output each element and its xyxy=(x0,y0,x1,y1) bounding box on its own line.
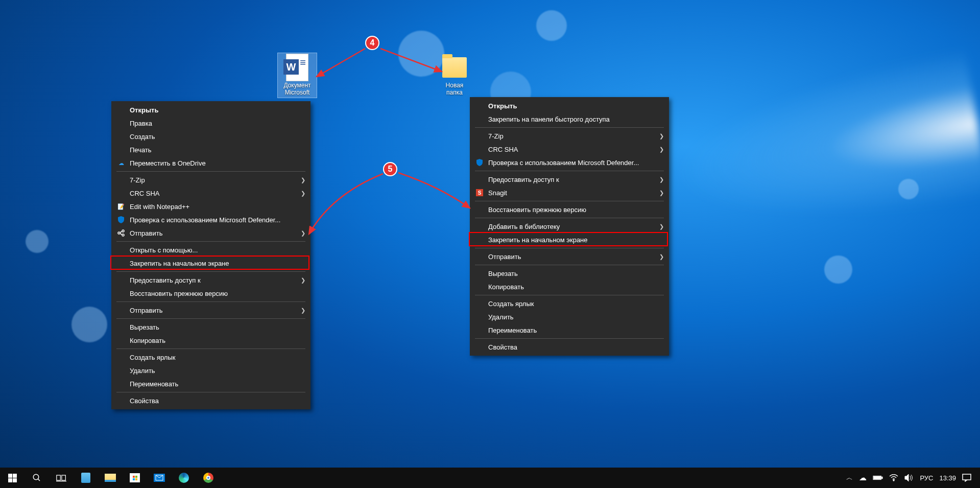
menu-doc-item-9[interactable]: Проверка с использованием Microsoft Defe… xyxy=(111,213,310,226)
menu-doc-item-12[interactable]: Открыть с помощью... xyxy=(111,243,310,257)
annotation-arrow xyxy=(286,169,490,271)
menu-item-label: Создать ярлык xyxy=(488,300,656,308)
svg-rect-10 xyxy=(62,475,65,480)
task-view-button[interactable] xyxy=(49,468,74,488)
menu-item-label: Вырезать xyxy=(130,323,297,331)
svg-line-3 xyxy=(120,231,122,233)
menu-separator xyxy=(116,318,305,319)
desktop-icon-doc-word[interactable]: Документ Microsoft xyxy=(278,53,317,98)
system-tray: ︿ ☁ РУС 13:39 xyxy=(841,468,977,488)
menu-separator xyxy=(475,338,664,339)
blank-icon xyxy=(475,145,484,154)
volume-icon xyxy=(904,474,914,482)
menu-folder-item-8[interactable]: SSnagit❯ xyxy=(470,186,669,199)
menu-item-label: Создать ярлык xyxy=(130,354,297,361)
tray-clock[interactable]: 13:39 xyxy=(937,468,959,488)
snagit-icon: S xyxy=(475,188,484,197)
menu-item-label: Переименовать xyxy=(130,380,297,388)
svg-point-7 xyxy=(33,474,39,480)
tray-onedrive[interactable]: ☁ xyxy=(856,468,869,488)
menu-doc-item-27[interactable]: Свойства xyxy=(111,394,310,407)
folder-icon xyxy=(442,57,467,78)
menu-doc-item-23[interactable]: Создать ярлык xyxy=(111,351,310,364)
menu-separator xyxy=(116,241,305,242)
svg-rect-17 xyxy=(963,474,971,480)
menu-doc-item-18[interactable]: Отправить❯ xyxy=(111,304,310,317)
blank-icon xyxy=(475,131,484,141)
menu-item-label: Создать xyxy=(130,133,297,141)
menu-item-label: CRC SHA xyxy=(130,190,297,197)
menu-doc-item-13[interactable]: Закрепить на начальном экране xyxy=(111,257,310,270)
taskbar-app-edge[interactable] xyxy=(172,468,196,488)
menu-folder-item-7[interactable]: Предоставить доступ к❯ xyxy=(470,173,669,186)
menu-item-label: Предоставить доступ к xyxy=(130,276,297,284)
menu-doc-item-7[interactable]: CRC SHA❯ xyxy=(111,187,310,200)
tray-battery[interactable] xyxy=(870,468,886,488)
menu-folder-item-12[interactable]: Добавить в библиотеку❯ xyxy=(470,220,669,233)
share-icon xyxy=(116,228,126,238)
menu-item-label: Snagit xyxy=(488,189,656,197)
desktop[interactable]: Документ MicrosoftНовая папка ОткрытьПра… xyxy=(0,0,980,468)
taskbar: ︿ ☁ РУС 13:39 xyxy=(0,468,980,488)
menu-doc-item-2[interactable]: Создать xyxy=(111,130,310,143)
menu-folder-item-18[interactable]: Копировать xyxy=(470,280,669,293)
menu-doc-item-15[interactable]: Предоставить доступ к❯ xyxy=(111,273,310,287)
menu-folder-item-22[interactable]: Переименовать xyxy=(470,323,669,337)
menu-doc-item-21[interactable]: Копировать xyxy=(111,334,310,347)
blank-icon xyxy=(475,175,484,184)
taskbar-app-explorer[interactable] xyxy=(98,468,123,488)
menu-item-label: Проверка с использованием Microsoft Defe… xyxy=(130,216,297,224)
menu-doc-item-3[interactable]: Печать xyxy=(111,143,310,156)
menu-folder-item-0[interactable]: Открыть xyxy=(470,99,669,112)
menu-doc-item-4[interactable]: ☁Переместить в OneDrive xyxy=(111,156,310,170)
tray-action-center[interactable] xyxy=(960,468,974,488)
menu-separator xyxy=(475,218,664,218)
chrome-icon xyxy=(203,473,213,483)
menu-folder-item-17[interactable]: Вырезать xyxy=(470,267,669,280)
taskbar-app-store[interactable] xyxy=(123,468,147,488)
menu-folder-item-24[interactable]: Свойства xyxy=(470,340,669,354)
blank-icon xyxy=(475,269,484,278)
menu-folder-item-3[interactable]: 7-Zip❯ xyxy=(470,129,669,143)
menu-item-label: Открыть xyxy=(130,106,297,114)
menu-doc-item-20[interactable]: Вырезать xyxy=(111,320,310,334)
menu-doc-item-10[interactable]: Отправить❯ xyxy=(111,226,310,240)
taskbar-app-mail[interactable] xyxy=(147,468,172,488)
menu-folder-item-5[interactable]: Проверка с использованием Microsoft Defe… xyxy=(470,156,669,169)
menu-doc-item-24[interactable]: Удалить xyxy=(111,364,310,377)
menu-doc-item-1[interactable]: Правка xyxy=(111,117,310,130)
menu-item-label: Свойства xyxy=(488,343,656,351)
tray-language[interactable]: РУС xyxy=(917,468,936,488)
chevron-right-icon: ❯ xyxy=(301,277,305,284)
menu-folder-item-13[interactable]: Закрепить на начальном экране xyxy=(470,233,669,246)
menu-item-label: 7-Zip xyxy=(488,132,656,140)
chevron-up-icon: ︿ xyxy=(846,473,853,482)
taskbar-app-notepad[interactable] xyxy=(74,468,98,488)
search-button[interactable] xyxy=(25,468,49,488)
menu-doc-item-8[interactable]: 📝Edit with Notepad++ xyxy=(111,200,310,213)
menu-item-label: Копировать xyxy=(130,337,297,344)
menu-doc-item-0[interactable]: Открыть xyxy=(111,103,310,117)
menu-separator xyxy=(475,295,664,295)
menu-doc-item-16[interactable]: Восстановить прежнюю версию xyxy=(111,287,310,300)
menu-folder-item-15[interactable]: Отправить❯ xyxy=(470,250,669,263)
menu-folder-item-21[interactable]: Удалить xyxy=(470,310,669,323)
chevron-right-icon: ❯ xyxy=(659,133,664,140)
menu-doc-item-25[interactable]: Переименовать xyxy=(111,377,310,390)
tray-volume[interactable] xyxy=(902,468,916,488)
menu-item-label: Свойства xyxy=(130,397,297,405)
taskbar-app-chrome[interactable] xyxy=(196,468,221,488)
context-menu-folder: ОткрытьЗакрепить на панели быстрого дост… xyxy=(470,97,669,356)
windows-logo-icon xyxy=(8,474,17,482)
start-button[interactable] xyxy=(0,468,25,488)
desktop-icon-new-folder[interactable]: Новая папка xyxy=(435,53,474,98)
tray-wifi[interactable] xyxy=(887,468,901,488)
menu-doc-item-6[interactable]: 7-Zip❯ xyxy=(111,173,310,187)
tray-chevron-up[interactable]: ︿ xyxy=(844,468,855,488)
menu-folder-item-4[interactable]: CRC SHA❯ xyxy=(470,143,669,156)
blank-icon xyxy=(475,222,484,231)
menu-folder-item-10[interactable]: Восстановить прежнюю версию xyxy=(470,203,669,216)
menu-folder-item-20[interactable]: Создать ярлык xyxy=(470,297,669,310)
callout-4: 4 xyxy=(365,36,379,50)
menu-folder-item-1[interactable]: Закрепить на панели быстрого доступа xyxy=(470,112,669,126)
